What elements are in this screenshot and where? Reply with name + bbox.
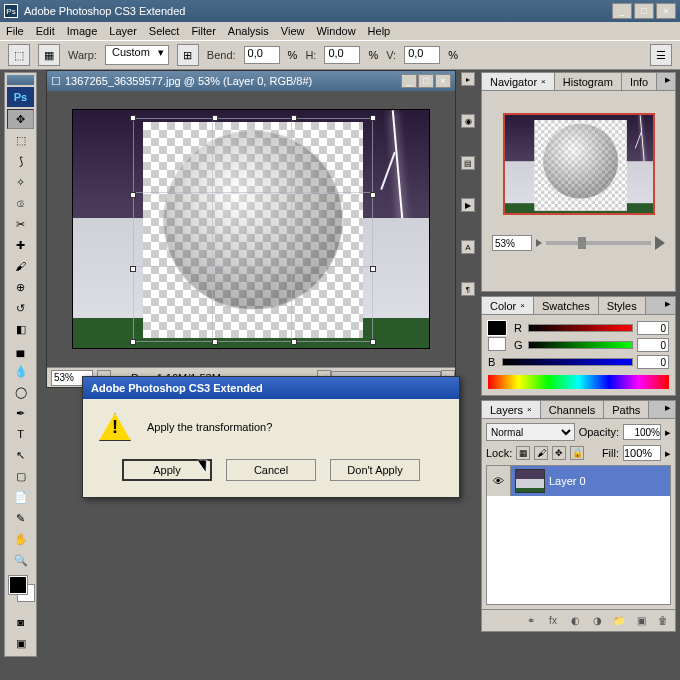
eraser-tool[interactable]: ◧ [7, 319, 34, 339]
tab-navigator[interactable]: Navigator× [482, 73, 555, 90]
crop-tool[interactable]: ⟃ [7, 193, 34, 213]
opacity-menu-icon[interactable]: ▸ [665, 426, 671, 439]
menu-file[interactable]: File [6, 25, 24, 37]
blue-slider[interactable] [502, 358, 633, 366]
layer-thumbnail[interactable] [515, 469, 545, 493]
hand-tool[interactable]: ✋ [7, 529, 34, 549]
slice-tool[interactable]: ✂ [7, 214, 34, 234]
link-layers-icon[interactable]: ⚭ [523, 613, 539, 629]
warp-preset-select[interactable]: Custom [105, 45, 169, 65]
tab-styles[interactable]: Styles [599, 297, 646, 314]
lock-transparent-icon[interactable]: ▦ [516, 446, 530, 460]
menu-edit[interactable]: Edit [36, 25, 55, 37]
dialog-titlebar[interactable]: Adobe Photoshop CS3 Extended [83, 377, 459, 399]
toolbox-header[interactable] [7, 75, 34, 85]
strip-actions-icon[interactable]: ▶ [461, 198, 475, 212]
minimize-button[interactable]: _ [612, 3, 632, 19]
marquee-tool[interactable]: ⬚ [7, 130, 34, 150]
strip-nav-icon[interactable]: ◉ [461, 114, 475, 128]
lasso-tool[interactable]: ⟆ [7, 151, 34, 171]
lock-pixels-icon[interactable]: 🖌 [534, 446, 548, 460]
tab-info[interactable]: Info [622, 73, 657, 90]
delete-layer-icon[interactable]: 🗑 [655, 613, 671, 629]
new-layer-icon[interactable]: ▣ [633, 613, 649, 629]
transform-tool-icon[interactable]: ⬚ [8, 44, 30, 66]
visibility-icon[interactable]: 👁 [487, 466, 511, 496]
panel-menu-icon[interactable]: ▸ [661, 73, 675, 90]
h-field[interactable]: 0,0 [324, 46, 360, 64]
menu-layer[interactable]: Layer [109, 25, 137, 37]
close-button[interactable]: × [656, 3, 676, 19]
menu-image[interactable]: Image [67, 25, 98, 37]
fill-menu-icon[interactable]: ▸ [665, 447, 671, 460]
pen-tool[interactable]: ✒ [7, 403, 34, 423]
doc-close-button[interactable]: × [435, 74, 451, 88]
history-brush-tool[interactable]: ↺ [7, 298, 34, 318]
layer-name[interactable]: Layer 0 [549, 475, 586, 487]
menu-select[interactable]: Select [149, 25, 180, 37]
menu-analysis[interactable]: Analysis [228, 25, 269, 37]
blend-mode-select[interactable]: Normal [486, 423, 575, 441]
lock-position-icon[interactable]: ✥ [552, 446, 566, 460]
blur-tool[interactable]: 💧 [7, 361, 34, 381]
green-input[interactable] [637, 338, 669, 352]
layer-mask-icon[interactable]: ◐ [567, 613, 583, 629]
canvas[interactable] [72, 109, 430, 349]
layer-group-icon[interactable]: 📁 [611, 613, 627, 629]
type-tool[interactable]: T [7, 424, 34, 444]
strip-expand-icon[interactable]: ▸ [461, 72, 475, 86]
maximize-button[interactable]: □ [634, 3, 654, 19]
color-fg-swatch[interactable] [488, 321, 506, 335]
wand-tool[interactable]: ✧ [7, 172, 34, 192]
opacity-input[interactable] [623, 424, 661, 440]
warp-grid-icon[interactable]: ▦ [38, 44, 60, 66]
lock-all-icon[interactable]: 🔒 [570, 446, 584, 460]
document-titlebar[interactable]: ☐ 1367265_36359577.jpg @ 53% (Layer 0, R… [47, 71, 455, 91]
nav-zoom-slider[interactable] [546, 241, 651, 245]
move-tool[interactable]: ✥ [7, 109, 34, 129]
gradient-tool[interactable]: ▄ [7, 340, 34, 360]
tab-paths[interactable]: Paths [604, 401, 649, 418]
zoom-in-icon[interactable] [655, 236, 665, 250]
quickmask-button[interactable]: ◙ [7, 612, 34, 632]
strip-para-icon[interactable]: ¶ [461, 282, 475, 296]
warp-grid[interactable] [133, 118, 373, 342]
tab-histogram[interactable]: Histogram [555, 73, 622, 90]
strip-hist-icon[interactable]: ▤ [461, 156, 475, 170]
layers-menu-icon[interactable]: ▸ [661, 401, 675, 418]
navigator-thumbnail[interactable] [503, 113, 655, 215]
green-slider[interactable] [528, 341, 633, 349]
shape-tool[interactable]: ▢ [7, 466, 34, 486]
eyedropper-tool[interactable]: ✎ [7, 508, 34, 528]
path-tool[interactable]: ↖ [7, 445, 34, 465]
adjustment-layer-icon[interactable]: ◑ [589, 613, 605, 629]
menu-view[interactable]: View [281, 25, 305, 37]
blue-input[interactable] [637, 355, 669, 369]
cancel-button[interactable]: Cancel [226, 459, 316, 481]
notes-tool[interactable]: 📄 [7, 487, 34, 507]
workspace-icon[interactable]: ☰ [650, 44, 672, 66]
nav-zoom-input[interactable] [492, 235, 532, 251]
red-slider[interactable] [528, 324, 633, 332]
screenmode-button[interactable]: ▣ [7, 633, 34, 653]
red-input[interactable] [637, 321, 669, 335]
menu-filter[interactable]: Filter [191, 25, 215, 37]
tab-channels[interactable]: Channels [541, 401, 604, 418]
tab-layers[interactable]: Layers× [482, 401, 541, 418]
layer-item[interactable]: 👁 Layer 0 [487, 466, 670, 496]
menu-help[interactable]: Help [368, 25, 391, 37]
menu-window[interactable]: Window [316, 25, 355, 37]
dont-apply-button[interactable]: Don't Apply [330, 459, 420, 481]
strip-char-icon[interactable]: A [461, 240, 475, 254]
color-bg-swatch[interactable] [488, 337, 506, 351]
foreground-swatch[interactable] [9, 576, 27, 594]
doc-maximize-button[interactable]: □ [418, 74, 434, 88]
dodge-tool[interactable]: ◯ [7, 382, 34, 402]
warp-orientation-icon[interactable]: ⊞ [177, 44, 199, 66]
doc-minimize-button[interactable]: _ [401, 74, 417, 88]
apply-button[interactable]: Apply [122, 459, 212, 481]
zoom-out-icon[interactable] [536, 239, 542, 247]
color-spectrum[interactable] [488, 375, 669, 389]
tab-color[interactable]: Color× [482, 297, 534, 314]
brush-tool[interactable]: 🖌 [7, 256, 34, 276]
